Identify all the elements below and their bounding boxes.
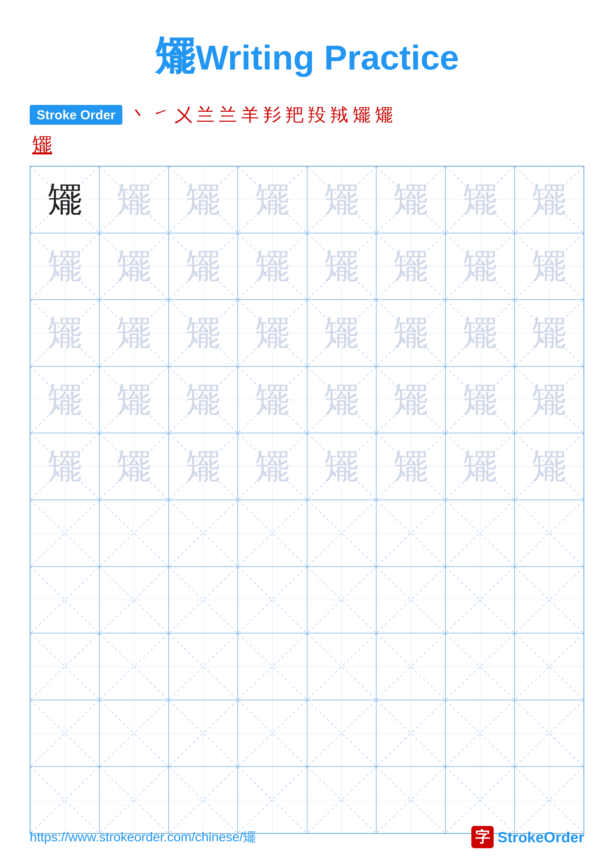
- grid-cell-r5c6[interactable]: 矲: [376, 433, 445, 500]
- grid-cell-r3c1[interactable]: 矲: [30, 300, 99, 366]
- svg-line-96: [31, 567, 99, 633]
- grid-cell-r1c7[interactable]: 矲: [445, 166, 515, 233]
- grid-cell-r6c6[interactable]: [376, 500, 445, 567]
- practice-char-r3c8: 矲: [532, 310, 566, 356]
- grid-cell-r8c3[interactable]: [169, 633, 238, 700]
- grid-cell-r5c3[interactable]: 矲: [169, 433, 238, 500]
- grid-cell-r6c5[interactable]: [307, 500, 376, 567]
- grid-cell-r8c8[interactable]: [515, 633, 584, 700]
- grid-cell-r1c1[interactable]: 矲: [30, 166, 99, 233]
- grid-cell-r4c8[interactable]: 矲: [515, 366, 584, 433]
- grid-cell-r10c7[interactable]: [445, 767, 515, 833]
- grid-cell-r2c4[interactable]: 矲: [238, 233, 307, 300]
- grid-cell-r10c8[interactable]: [515, 767, 584, 833]
- stroke-6: 羊: [241, 103, 259, 127]
- grid-cell-r3c7[interactable]: 矲: [445, 300, 515, 366]
- grid-cell-r2c8[interactable]: 矲: [515, 233, 584, 300]
- grid-cell-r7c7[interactable]: [445, 567, 515, 634]
- svg-line-81: [31, 500, 99, 566]
- grid-cell-r7c4[interactable]: [238, 567, 307, 634]
- grid-cell-r10c4[interactable]: [238, 767, 307, 833]
- grid-cell-r10c5[interactable]: [307, 767, 376, 833]
- svg-line-115: [99, 634, 168, 700]
- grid-cell-r7c2[interactable]: [99, 567, 168, 634]
- grid-cell-r10c3[interactable]: [169, 767, 238, 833]
- grid-cell-r8c2[interactable]: [99, 633, 168, 700]
- grid-cell-r6c3[interactable]: [169, 500, 238, 567]
- grid-cell-r1c2[interactable]: 矲: [99, 166, 168, 233]
- grid-cell-r9c1[interactable]: [30, 700, 99, 767]
- grid-cell-r1c4[interactable]: 矲: [238, 166, 307, 233]
- svg-line-149: [169, 767, 238, 833]
- grid-cell-r9c3[interactable]: [169, 700, 238, 767]
- grid-cell-r4c7[interactable]: 矲: [445, 366, 515, 433]
- grid-cell-r6c7[interactable]: [445, 500, 515, 567]
- stroke-2: ㇀: [152, 103, 170, 127]
- practice-char-r1c1: 矲: [48, 176, 82, 223]
- grid-cell-r4c5[interactable]: 矲: [307, 366, 376, 433]
- svg-line-97: [31, 567, 99, 633]
- grid-cell-r1c8[interactable]: 矲: [515, 166, 584, 233]
- grid-cell-r7c6[interactable]: [376, 567, 445, 634]
- grid-cell-r4c6[interactable]: 矲: [376, 366, 445, 433]
- grid-cell-r5c2[interactable]: 矲: [99, 433, 168, 500]
- grid-cell-r6c8[interactable]: [515, 500, 584, 567]
- grid-cell-r5c8[interactable]: 矲: [515, 433, 584, 500]
- stroke-3: 㐅: [174, 103, 192, 127]
- grid-cell-r3c3[interactable]: 矲: [169, 300, 238, 366]
- grid-cell-r9c6[interactable]: [376, 700, 445, 767]
- grid-cell-r7c1[interactable]: [30, 567, 99, 634]
- grid-cell-r7c3[interactable]: [169, 567, 238, 634]
- grid-cell-r5c5[interactable]: 矲: [307, 433, 376, 500]
- grid-cell-r4c4[interactable]: 矲: [238, 366, 307, 433]
- grid-cell-r2c5[interactable]: 矲: [307, 233, 376, 300]
- grid-cell-r8c7[interactable]: [445, 633, 515, 700]
- grid-cell-r2c6[interactable]: 矲: [376, 233, 445, 300]
- grid-cell-r9c7[interactable]: [445, 700, 515, 767]
- grid-cell-r2c2[interactable]: 矲: [99, 233, 168, 300]
- grid-cell-r8c5[interactable]: [307, 633, 376, 700]
- grid-cell-r3c8[interactable]: 矲: [515, 300, 584, 366]
- grid-cell-r5c1[interactable]: 矲: [30, 433, 99, 500]
- grid-cell-r6c1[interactable]: [30, 500, 99, 567]
- grid-cell-r4c1[interactable]: 矲: [30, 366, 99, 433]
- grid-cell-r6c4[interactable]: [238, 500, 307, 567]
- grid-cell-r3c6[interactable]: 矲: [376, 300, 445, 366]
- grid-cell-r4c3[interactable]: 矲: [169, 366, 238, 433]
- grid-cell-r8c6[interactable]: [376, 633, 445, 700]
- svg-line-141: [446, 700, 514, 767]
- grid-cell-r1c5[interactable]: 矲: [307, 166, 376, 233]
- grid-cell-r2c1[interactable]: 矲: [30, 233, 99, 300]
- grid-cell-r1c3[interactable]: 矲: [169, 166, 238, 233]
- svg-line-86: [238, 500, 307, 566]
- grid-cell-r9c8[interactable]: [515, 700, 584, 767]
- practice-char-r4c7: 矲: [463, 377, 497, 423]
- grid-cell-r9c2[interactable]: [99, 700, 168, 767]
- title-english-text: Writing Practice: [196, 38, 459, 77]
- practice-char-r2c7: 矲: [463, 243, 497, 290]
- grid-cell-r2c7[interactable]: 矲: [445, 233, 515, 300]
- grid-cell-r10c1[interactable]: [30, 767, 99, 833]
- grid-cell-r10c6[interactable]: [376, 767, 445, 833]
- svg-line-156: [446, 767, 514, 833]
- grid-cell-r9c5[interactable]: [307, 700, 376, 767]
- grid-cell-r9c4[interactable]: [238, 700, 307, 767]
- grid-cell-r1c6[interactable]: 矲: [376, 166, 445, 233]
- grid-cell-r8c1[interactable]: [30, 633, 99, 700]
- grid-cell-r3c5[interactable]: 矲: [307, 300, 376, 366]
- footer-url[interactable]: https://www.strokeorder.com/chinese/矲: [30, 828, 256, 846]
- grid-cell-r2c3[interactable]: 矲: [169, 233, 238, 300]
- grid-cell-r7c5[interactable]: [307, 567, 376, 634]
- grid-cell-r4c2[interactable]: 矲: [99, 366, 168, 433]
- grid-cell-r5c4[interactable]: 矲: [238, 433, 307, 500]
- grid-cell-r8c4[interactable]: [238, 633, 307, 700]
- svg-line-112: [31, 634, 99, 700]
- grid-cell-r7c8[interactable]: [515, 567, 584, 634]
- grid-cell-r3c4[interactable]: 矲: [238, 300, 307, 366]
- stroke-12: 矲: [375, 103, 393, 127]
- grid-cell-r10c2[interactable]: [99, 767, 168, 833]
- svg-line-87: [238, 500, 307, 566]
- grid-cell-r5c7[interactable]: 矲: [445, 433, 515, 500]
- grid-cell-r6c2[interactable]: [99, 500, 168, 567]
- grid-cell-r3c2[interactable]: 矲: [99, 300, 168, 366]
